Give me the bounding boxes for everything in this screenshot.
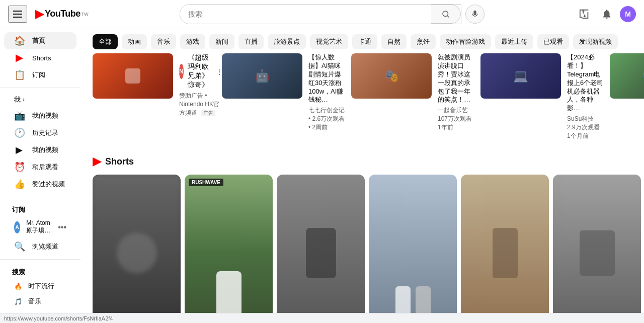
trending-icon: 🔥 [14,283,22,290]
notification-button[interactable] [598,5,616,23]
ad-row: N 《超级玛利欧兄弟》惊奇》 ⋮ 赞助广告 • Nintendo HK官方频道 … [93,53,644,140]
sidebar-label-shorts: Shorts [32,54,51,62]
sidebar-search-music[interactable]: 🎵 音乐 [4,294,76,309]
chip-watched[interactable]: 已观看 [537,34,569,49]
ad-thumb-0 [93,53,173,99]
chip-all[interactable]: 全部 [93,34,118,49]
ad-info-3: 【2024必看！】Telegram电报上6个老司机必备机器人，各种影… SuSu… [567,53,604,140]
header-center [93,4,572,24]
chip-live[interactable]: 直播 [238,34,264,49]
notification-icon [601,9,612,20]
ad-views-1: • [308,115,312,122]
ad-card-1[interactable]: 🤖 【惊人数据】AI猫咪剧情短片爆红30天涨粉100w，AI赚钱秘… 七七行创金… [222,53,345,140]
sidebar-subscription-item[interactable]: A Mr. Atom 原子埸… ••• [4,216,76,238]
upload-button[interactable] [576,5,594,23]
sidebar-item-liked[interactable]: 👍 赞过的视频 [4,176,76,193]
ad-meta-2: 一起音乐艺 107万次观看 1年前 [438,106,474,132]
short-card-0[interactable]: 39万次观看 [93,175,181,323]
chip-travel[interactable]: 旅游景点 [268,34,306,49]
subscription-avatar: A [14,221,20,233]
chip-cooking[interactable]: 烹饪 [411,34,436,49]
home-icon: 🏠 [14,35,24,46]
chip-visual[interactable]: 视觉艺术 [310,34,348,49]
ad-channel-0: 赞助广告 • Nintendo HK官方频道 广告 [179,92,223,117]
search-bar [180,4,461,24]
short-thumb-content-5 [553,175,641,323]
ad-thumb-2: 🎭 [351,53,432,99]
search-button[interactable] [431,5,461,24]
sidebar-section-my[interactable]: 我 › [4,92,76,107]
search-icon [441,10,450,19]
sidebar: 🏠 首页 ▶ Shorts 📋 订阅 我 › 📺 我的视频 🕐 历史记录 ▶ 我… [0,28,80,323]
chip-animation[interactable]: 动画 [122,34,147,49]
sidebar-item-later[interactable]: ⏰ 稍后观看 [4,158,76,176]
mic-button[interactable] [465,5,485,24]
svg-rect-2 [125,68,140,84]
sidebar-item-home[interactable]: 🏠 首页 [4,32,76,49]
short-thumb-4 [461,175,549,323]
liked-icon: 👍 [14,179,24,190]
subscribe-icon: 📋 [14,69,24,80]
shorts-grid: 39万次观看 RUSHWAVE Electric surfboards [93,175,644,323]
chip-news[interactable]: 新闻 [209,34,234,49]
menu-button[interactable] [8,6,27,23]
ad-thumb-color-1: 🤖 [222,53,302,99]
sidebar-item-subscribe[interactable]: 📋 订阅 [4,66,76,84]
ad-thumb-1: 🤖 [222,53,302,99]
sidebar-label-later: 稍后观看 [32,163,58,172]
ad-time-val-3: 1个月前 [567,132,589,139]
ad-time-1: • [308,124,312,131]
short-thumb-blur-0 [93,175,181,323]
sidebar-item-shorts[interactable]: ▶ Shorts [4,49,76,66]
ad-card-2[interactable]: 🎭 就被剧演员演讲脱口秀！贾冰这一段真的承包了我一年的笑点！… 一起音乐艺 10… [351,53,474,140]
user-avatar[interactable]: M [620,6,636,22]
sidebar-item-myvideos[interactable]: 📺 我的视频 [4,107,76,124]
short-thumb-3 [369,175,457,323]
chip-recent[interactable]: 最近上传 [495,34,533,49]
status-bar: https://www.youtube.com/shorts/FsNrIlaA2… [0,313,644,323]
short-card-1[interactable]: RUSHWAVE Electric surfboards，Little sist… [185,175,273,323]
ad-channel-name-3: SuSu科技 [567,115,594,122]
ad-channel-name-2: 一起音乐艺 [438,107,468,114]
rushwave-badge: RUSHWAVE [189,179,223,186]
ad-channel-avatar-0: N [179,64,184,79]
person-body [216,271,242,316]
chip-gaming[interactable]: 游戏 [180,34,205,49]
chip-action[interactable]: 动作冒险游戏 [440,34,491,49]
sidebar-label-myvideos: 我的视频 [32,111,58,120]
short-thumb-content-2 [277,175,365,323]
sidebar-item-myvideo2[interactable]: ▶ 我的视频 [4,141,76,158]
ad-card-4[interactable]: 🌏 中越边境两国的差距，中国为了防止偷渡，走先修了很坚固的围… 越南女探阿桥 1… [610,53,644,140]
short-thumb-0 [93,175,181,323]
chip-music[interactable]: 音乐 [151,34,176,49]
short-card-5[interactable]: 内容多达1,000 中式按摩 130万次观看 [553,175,641,323]
status-url: https://www.youtube.com/shorts/FsNrIlaA2… [4,315,113,321]
short-thumb-1: RUSHWAVE [185,175,273,323]
chip-nature[interactable]: 自然 [381,34,407,49]
logo-text: YouTube [45,9,80,19]
comedy-thumb-icon: 🎭 [384,69,399,83]
ad-time-val-1: 2周前 [312,124,328,131]
short-card-2[interactable]: 이 게임 이제 역상하나요？ 1203万次观看 [277,175,365,323]
dancer-figure [493,228,518,278]
short-card-3[interactable]: 지하철에서 갑자기 806万次观看 [369,175,457,323]
ad-meta-3: SuSu科技 2.9万次观看 1个月前 [567,115,604,140]
search-input[interactable] [180,5,431,24]
myvideo2-icon: ▶ [14,144,24,155]
ad-card-3[interactable]: 💻 【2024必看！】Telegram电报上6个老司机必备机器人，各种影… Su… [480,53,604,140]
sidebar-item-browse[interactable]: 🔍 浏览频道 [4,238,76,255]
ad-thumb-color-3: 💻 [480,53,561,99]
logo-sup: TW [82,12,89,17]
chip-discover[interactable]: 发现新视频 [573,34,618,49]
sidebar-label-trending: 时下流行 [28,282,54,291]
ad-title-2: 就被剧演员演讲脱口秀！贾冰这一段真的承包了我一年的笑点！… [438,53,474,104]
ad-card-0[interactable]: N 《超级玛利欧兄弟》惊奇》 ⋮ 赞助广告 • Nintendo HK官方频道 … [93,53,216,140]
short-thumb-2 [277,175,365,323]
short-card-4[interactable]: 닥쳐！나루토댄스 외우느라 힘들 었다ПП🎵 #하이디라… 200万次观看 [461,175,549,323]
sidebar-label-myvideo2: 我的视频 [32,145,58,154]
logo[interactable]: ▶ YouTube TW [35,8,89,21]
ad-thumb-4: 🌏 [610,53,644,99]
sidebar-search-trending[interactable]: 🔥 时下流行 [4,279,76,294]
sidebar-item-history[interactable]: 🕐 历史记录 [4,124,76,141]
chip-cartoon[interactable]: 卡通 [352,34,377,49]
